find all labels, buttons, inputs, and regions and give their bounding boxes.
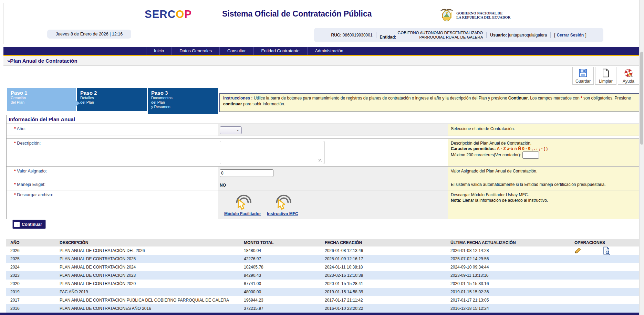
table-header-row: AÑO DESCRIPCIÓN MONTO TOTAL FECHA CREACI… — [6, 239, 639, 246]
cell-operaciones — [568, 255, 639, 263]
save-label: Guardar — [575, 79, 591, 84]
descargar-label: * Descargar archivo: — [7, 190, 218, 219]
descripcion-field-cell — [218, 139, 448, 166]
anio-hint: Seleccione el año de Contratación. — [448, 124, 639, 136]
cell-creacion: 2019-01-15 14:58:39 — [319, 288, 444, 296]
nav-item-datos-generales[interactable]: Datos Generales — [172, 47, 220, 55]
cell-operaciones — [568, 280, 639, 288]
separator — [376, 32, 376, 38]
view-report-icon[interactable] — [603, 246, 610, 255]
form-row-esigef: * Maneja Esigef: NO El sistema valida au… — [7, 180, 639, 190]
logo-letter-red: P — [184, 8, 192, 20]
cell-operaciones — [568, 263, 639, 271]
modulo-facilitador-download: Módulo Facilitador — [224, 192, 261, 216]
cell-year: 2025 — [6, 255, 53, 263]
valor-label: * Valor Asignado: — [7, 167, 218, 180]
entity-label: Entidad: — [380, 35, 396, 40]
step-3: Paso 3 Documentos del Plan y Resumen — [148, 88, 218, 114]
page-title-bar: »Plan Anual de Contratación — [3, 56, 639, 66]
page-title: »Plan Anual de Contratación — [3, 56, 639, 65]
col-header-anio: AÑO — [6, 239, 53, 246]
step-1-title: Paso 1 — [11, 90, 76, 96]
nav-item-inicio[interactable]: Inicio — [146, 47, 172, 55]
entity-name: GOBIERNO AUTONOMO DESCENTRALIZADOPARROQU… — [398, 31, 483, 40]
form-section-title: Información del Plan Anual — [7, 115, 639, 124]
cell-year: 2026 — [6, 246, 53, 255]
entity-line2: PARROQUIAL RURAL DE GALERA — [419, 35, 483, 39]
step-1-line2: del Plan — [11, 100, 76, 105]
step-3-line3: y Resumen — [151, 105, 218, 109]
click-cursor-icon[interactable] — [272, 192, 292, 211]
user-label: Usuario: — [490, 33, 507, 38]
modulo-facilitador-link[interactable]: Módulo Facilitador — [224, 211, 261, 216]
cell-desc: PLAN ANUAL DE CONTRATACION 2023 — [53, 271, 238, 280]
nav-item-administracion[interactable]: Administración — [308, 47, 351, 55]
save-button[interactable]: Guardar — [572, 67, 594, 85]
ecuador-coat-of-arms-icon — [439, 7, 454, 24]
step-3-line2: del Plan — [151, 100, 218, 105]
cell-desc: PLAN ANUAL DE CONTRATACIÓN 2024 — [53, 263, 238, 271]
col-header-ultima-actualizacion: ÚLTIMA FECHA ACTUALIZACIÓN — [444, 239, 568, 246]
logo-letter-yellow: O — [176, 8, 184, 20]
click-cursor-icon[interactable] — [232, 192, 252, 211]
continue-button[interactable]: → Continuar — [12, 220, 46, 229]
required-asterisk: * — [14, 182, 16, 187]
resize-handle-icon[interactable] — [319, 159, 322, 162]
government-name: GOBIERNO NACIONAL DE LA REPUBLICA DEL EC… — [456, 11, 510, 20]
form-row-gap — [7, 136, 639, 138]
cell-creacion: 2026-01-08 12:13:46 — [319, 246, 444, 255]
descripcion-label-text: Descripción: — [17, 141, 41, 146]
cell-year: 2024 — [6, 263, 53, 271]
table-row: 2025 PLAN ANUAL DE CONTRATACION 2025 422… — [6, 255, 639, 263]
esigef-label: * Maneja Esigef: — [7, 180, 218, 190]
char-counter-input[interactable] — [522, 151, 539, 159]
instructions-bold-continuar: Continuar — [508, 96, 528, 101]
valor-hint: Valor Asignado del Plan Anual de Contrat… — [448, 167, 639, 180]
cell-creacion: 2025-01-09 12:16:17 — [319, 255, 444, 263]
cell-creacion: 2020-01-15 15:28:41 — [319, 280, 444, 288]
edit-pencil-icon[interactable] — [574, 247, 581, 254]
app-title: Sistema Oficial de Contratación Pública — [222, 9, 372, 19]
required-asterisk: * — [14, 169, 16, 174]
cell-creacion: 2023-02-16 12:10:38 — [319, 271, 444, 280]
esigef-hint: El sistema valida automáticamente si la … — [448, 180, 639, 190]
required-asterisk: * — [14, 141, 16, 146]
nav-item-consultar[interactable]: Consultar — [220, 47, 254, 55]
instructivo-mfc-download: Instructivo MFC — [267, 192, 298, 216]
nav-item-entidad-contratante[interactable]: Entidad Contratante — [254, 47, 308, 55]
anio-label: * Año: — [7, 124, 218, 136]
cell-monto: 18480.04 — [238, 246, 319, 255]
cell-desc: PLAN ANUAL DE CONTRATACION PUBLICA DEL G… — [53, 296, 238, 304]
instructivo-mfc-link[interactable]: Instructivo MFC — [267, 211, 298, 216]
step-2-line2: del Plan — [80, 100, 147, 105]
user-value: juntaparroquialgalera — [508, 33, 547, 38]
app-window: SERCOP Sistema Oficial de Contratación P… — [0, 0, 644, 315]
logout-link[interactable]: Cerrar Sesión — [557, 33, 584, 38]
year-select[interactable]: ⌄ — [220, 126, 242, 134]
table-row: 2019 PAC AÑO 2019 48000.00 2019-01-15 14… — [6, 288, 639, 296]
cell-creacion: 2017-01-17 21:11:42 — [319, 296, 444, 304]
scrollbar-thumb[interactable] — [640, 52, 643, 145]
valor-label-text: Valor Asignado: — [17, 169, 47, 174]
page-frame-top — [3, 3, 639, 3]
valor-asignado-input[interactable] — [220, 169, 273, 177]
instructions-text-2: . Los campos marcados con — [528, 96, 580, 101]
form-row-anio: * Año: ⌄ Seleccione el año de Contrataci… — [7, 124, 639, 136]
clear-button[interactable]: Limpiar — [595, 67, 616, 85]
cell-monto: 87741.00 — [238, 280, 319, 288]
instructions-label: Instrucciones : — [223, 96, 252, 101]
cell-creacion: 2016-01-10 23:20:22 — [319, 304, 444, 313]
step-1-line1: Creación — [11, 96, 76, 100]
instructions-box: Instrucciones : Utilice la barra de boto… — [219, 93, 639, 112]
step-1-active: Paso 1 Creación del Plan — [7, 88, 76, 111]
cell-monto: 196944.23 — [238, 296, 319, 304]
step-2-line1: Detalles — [80, 96, 147, 100]
save-icon — [579, 69, 588, 79]
col-header-operaciones: OPERACIONES — [568, 239, 639, 246]
help-button[interactable]: Ayuda — [618, 67, 639, 85]
vertical-scrollbar[interactable] — [639, 0, 644, 315]
cell-actualizacion: 2024-09-10 09:34:44 — [444, 263, 568, 271]
session-info-bar: RUC: 0860019930001 Entidad:GOBIERNO AUTO… — [314, 28, 603, 42]
descripcion-textarea[interactable] — [220, 141, 324, 164]
clear-icon — [602, 69, 610, 79]
